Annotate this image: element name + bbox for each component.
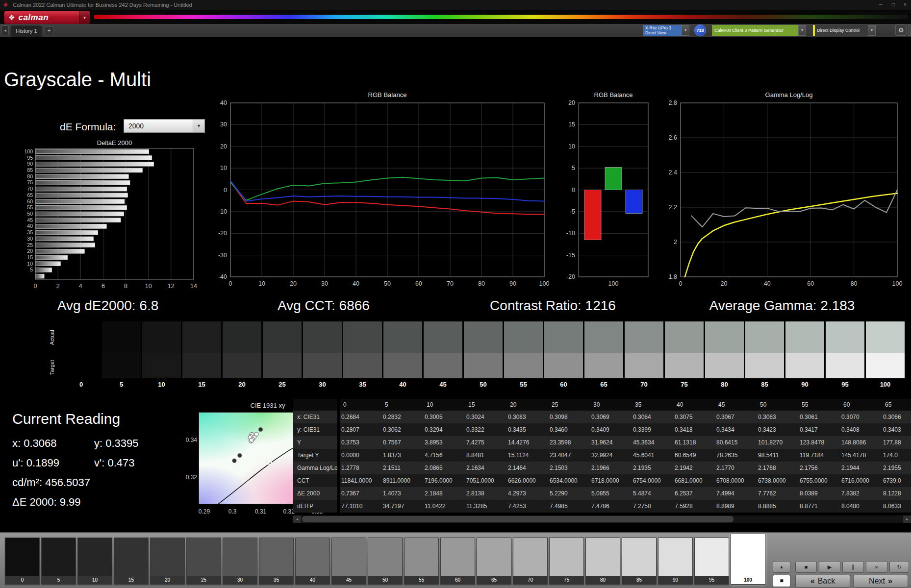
svg-text:40: 40 <box>220 99 227 106</box>
pattern-window-icon[interactable]: ■ <box>773 575 790 587</box>
patch-label: 55 <box>405 576 438 584</box>
level-patch-button[interactable]: 90 <box>658 538 693 585</box>
grayscale-swatch: 40 <box>383 321 422 390</box>
grayscale-swatch: 85 <box>745 321 784 390</box>
level-patch-button[interactable]: 55 <box>404 538 439 585</box>
level-patch-button[interactable]: 10 <box>77 538 112 585</box>
svg-text:6: 6 <box>101 283 105 290</box>
patch-color <box>223 538 257 576</box>
grayscale-swatch: 70 <box>625 321 663 390</box>
tab-scroll-left-icon[interactable]: ◂ <box>1 25 9 35</box>
swatch-label: 15 <box>182 380 221 390</box>
display-control-selector[interactable]: Direct Display Control <box>815 25 868 36</box>
swatch-actual <box>142 321 181 353</box>
patch-up-icon[interactable]: ▲ <box>773 561 790 573</box>
level-patch-button[interactable]: 40 <box>295 538 330 585</box>
table-cell: 0.7567 <box>382 436 424 449</box>
grayscale-swatch: 80 <box>705 321 744 390</box>
scroll-left-icon[interactable]: ◄ <box>293 515 301 523</box>
scroll-right-icon[interactable]: ► <box>903 515 911 523</box>
svg-text:70: 70 <box>447 280 454 287</box>
svg-text:0: 0 <box>224 187 227 194</box>
level-patch-button[interactable]: 85 <box>622 538 657 585</box>
level-patch-button[interactable]: 100 <box>731 534 765 585</box>
chevron-down-icon[interactable]: ▾ <box>868 25 876 36</box>
swatch-target <box>343 353 382 378</box>
level-patch-button[interactable]: 5 <box>41 538 76 585</box>
level-patch-button[interactable]: 70 <box>513 538 548 585</box>
reading-u: u': 0.1899 <box>12 457 59 469</box>
level-patch-button[interactable]: 75 <box>549 538 584 585</box>
table-cell: 6534.0000 <box>549 474 590 487</box>
table-cell: 23.3598 <box>549 436 590 449</box>
grayscale-swatch: 95 <box>826 321 864 390</box>
meter-profile-badge[interactable]: 718 <box>694 24 706 36</box>
level-patch-button[interactable]: 30 <box>223 538 257 585</box>
column-header: 60 <box>840 399 882 411</box>
minimize-icon[interactable]: ─ <box>875 0 886 10</box>
swatch-label: 90 <box>785 380 824 390</box>
column-header: 30 <box>590 399 632 411</box>
patch-color <box>731 534 765 576</box>
svg-text:80: 80 <box>851 280 858 287</box>
swatch-actual <box>665 321 704 353</box>
table-cell: 0.3294 <box>424 423 465 436</box>
level-patch-button[interactable]: 65 <box>477 538 511 585</box>
svg-text:10: 10 <box>27 261 33 267</box>
tab-history-1[interactable]: History 1 <box>11 25 42 37</box>
stop-icon[interactable]: ■ <box>795 561 817 573</box>
swatch-target <box>745 353 784 378</box>
table-cell: 8.8481 <box>465 449 507 462</box>
table-cell: 177.88 <box>882 436 911 449</box>
chevron-down-icon[interactable]: ▾ <box>798 25 806 36</box>
source-selector[interactable]: CalMAN Client 3 Pattern Generator <box>712 25 798 36</box>
chevron-down-icon[interactable]: ▾ <box>79 11 90 24</box>
edge-button[interactable] <box>908 24 911 36</box>
scrollbar-thumb[interactable] <box>302 516 734 522</box>
maximize-icon[interactable]: □ <box>887 0 899 10</box>
level-patch-button[interactable]: 80 <box>585 538 620 585</box>
table-cell: 7.4275 <box>465 436 507 449</box>
rgb-balance-bar-chart: RGB Balance-20-15-10-505101520100 <box>554 91 666 297</box>
swatch-target <box>303 353 342 378</box>
table-cell: 5.4874 <box>632 487 674 500</box>
level-patch-button[interactable]: 60 <box>440 538 475 585</box>
level-patch-button[interactable]: 45 <box>331 538 366 585</box>
level-patch-button[interactable]: 95 <box>694 538 729 585</box>
level-patch-button[interactable]: 15 <box>114 538 149 585</box>
calman-menu-button[interactable]: ❖ calman ▾ <box>4 11 90 24</box>
level-patch-button[interactable]: 20 <box>150 538 185 585</box>
table-row: Gamma Log/Log1.27782.15112.08652.16342.1… <box>293 462 911 474</box>
patch-color <box>441 538 475 576</box>
table-scrollbar[interactable]: ◄ ► <box>293 515 911 523</box>
level-patch-button[interactable]: 35 <box>259 538 294 585</box>
chevron-down-icon[interactable]: ▾ <box>682 25 689 36</box>
level-patch-button[interactable]: 25 <box>186 538 221 585</box>
table-cell: 6708.0000 <box>715 474 757 487</box>
loop-icon[interactable]: ∞ <box>866 561 887 573</box>
reading-x: x: 0.3068 <box>12 437 57 450</box>
table-cell: 0.3075 <box>674 411 715 423</box>
add-tab-button[interactable]: + <box>44 26 54 35</box>
level-patch-button[interactable]: 0 <box>5 538 40 585</box>
swatch-label: 40 <box>383 380 422 390</box>
table-cell: 7.4994 <box>715 487 757 500</box>
next-button[interactable]: Next » <box>853 575 908 588</box>
gear-icon[interactable]: ⚙ <box>895 24 907 36</box>
play-icon[interactable]: ▶ <box>819 561 840 573</box>
meter-selector[interactable]: X-Rite i1Pro 3 Direct View <box>643 25 682 36</box>
svg-text:0: 0 <box>572 187 575 194</box>
swatch-label: 50 <box>464 380 503 390</box>
patch-color <box>151 538 184 576</box>
pause-icon[interactable]: ∥ <box>842 561 864 573</box>
swatch-actual <box>102 321 141 353</box>
de-formula-dropdown[interactable]: 2000 ▼ <box>124 119 205 133</box>
level-patch-button[interactable]: 50 <box>368 538 403 585</box>
svg-text:80: 80 <box>27 173 33 179</box>
cie-y-tick-label: 0.34 <box>180 437 197 443</box>
reset-icon[interactable]: ↻ <box>889 561 909 573</box>
back-button[interactable]: « Back <box>795 575 850 588</box>
svg-text:8: 8 <box>124 283 127 290</box>
close-icon[interactable]: × <box>900 0 910 10</box>
svg-text:20: 20 <box>220 143 227 150</box>
